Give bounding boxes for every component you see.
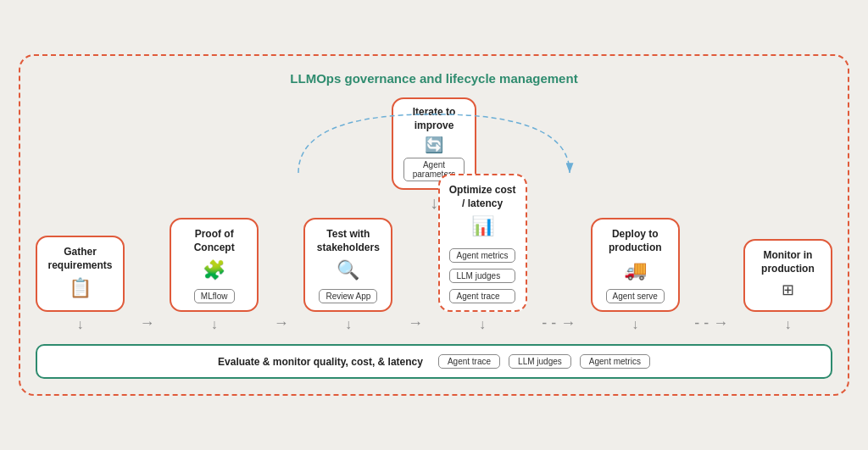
stage-deploy-icon: 🚚 bbox=[624, 259, 647, 281]
diagram-wrapper: Iterate toimprove 🔄 Agentparameters ↓ Ga… bbox=[36, 97, 832, 332]
col-poc: Proof ofConcept 🧩 MLflow ↓ bbox=[170, 218, 259, 332]
col-test: Test withstakeholders 🔍 Review App ↓ bbox=[303, 218, 392, 332]
stage-optimize: Optimize cost/ latency 📊 Agent metrics L… bbox=[438, 174, 527, 312]
down-arrow-test: ↓ bbox=[345, 317, 352, 332]
stage-test-badge: Review App bbox=[319, 289, 377, 303]
stage-poc-title: Proof ofConcept bbox=[194, 228, 235, 254]
stage-deploy-title: Deploy toproduction bbox=[609, 228, 662, 254]
eval-badge-metrics: Agent metrics bbox=[580, 354, 650, 369]
col-gather: Gatherrequirements 📋 ↓ bbox=[36, 236, 125, 332]
stage-optimize-title: Optimize cost/ latency bbox=[449, 184, 516, 210]
col-optimize: Optimize cost/ latency 📊 Agent metrics L… bbox=[438, 174, 527, 332]
eval-badge-judges: LLM judges bbox=[509, 354, 571, 369]
stage-monitor-icon: ⊞ bbox=[782, 281, 794, 299]
stage-test: Test withstakeholders 🔍 Review App bbox=[303, 218, 392, 312]
down-arrow-monitor: ↓ bbox=[784, 317, 791, 332]
arrow-1: → bbox=[138, 314, 157, 332]
eval-badge-trace: Agent trace bbox=[438, 354, 500, 369]
stage-optimize-icon: 📊 bbox=[471, 215, 494, 237]
down-arrow-gather: ↓ bbox=[77, 317, 84, 332]
stage-poc-icon: 🧩 bbox=[203, 259, 225, 281]
stage-optimize-badges: Agent metrics LLM judges Agent trace bbox=[449, 245, 515, 303]
down-arrow-poc: ↓ bbox=[211, 317, 218, 332]
eval-title: Evaluate & monitor quality, cost, & late… bbox=[218, 356, 423, 368]
stage-monitor: Monitor inproduction ⊞ bbox=[743, 239, 832, 312]
stage-gather: Gatherrequirements 📋 bbox=[36, 236, 125, 312]
col-monitor: Monitor inproduction ⊞ ↓ bbox=[743, 239, 832, 332]
stage-deploy: Deploy toproduction 🚚 Agent serve bbox=[591, 218, 680, 312]
arrow-2: → bbox=[272, 314, 291, 332]
down-arrow-deploy: ↓ bbox=[632, 317, 638, 332]
col-deploy: Deploy toproduction 🚚 Agent serve ↓ bbox=[591, 218, 680, 332]
iterate-title: Iterate toimprove bbox=[403, 106, 465, 132]
outer-container: LLMOps governance and lifecycle manageme… bbox=[19, 54, 849, 396]
badge-agent-trace: Agent trace bbox=[449, 289, 515, 303]
stage-gather-icon: 📋 bbox=[69, 277, 92, 299]
badge-agent-metrics: Agent metrics bbox=[449, 248, 515, 263]
evaluate-bar: Evaluate & monitor quality, cost, & late… bbox=[36, 344, 832, 379]
stage-gather-title: Gatherrequirements bbox=[47, 246, 112, 272]
iterate-icon: 🔄 bbox=[403, 136, 465, 154]
stage-monitor-title: Monitor inproduction bbox=[761, 249, 815, 275]
down-arrow-optimize: ↓ bbox=[479, 317, 486, 332]
arrow-4: - - → bbox=[540, 314, 577, 332]
arrow-3: → bbox=[406, 314, 425, 332]
stage-poc: Proof ofConcept 🧩 MLflow bbox=[170, 218, 259, 312]
stage-poc-badge: MLflow bbox=[194, 289, 235, 303]
main-title: LLMOps governance and lifecycle manageme… bbox=[36, 71, 832, 86]
stage-test-title: Test withstakeholders bbox=[317, 228, 380, 254]
badge-llm-judges: LLM judges bbox=[449, 269, 515, 283]
stage-deploy-badge: Agent serve bbox=[606, 289, 665, 303]
arrow-5: - - → bbox=[693, 314, 730, 332]
stages-row: Gatherrequirements 📋 ↓ → Proof ofConcept… bbox=[36, 174, 832, 332]
stage-test-icon: 🔍 bbox=[337, 259, 359, 281]
